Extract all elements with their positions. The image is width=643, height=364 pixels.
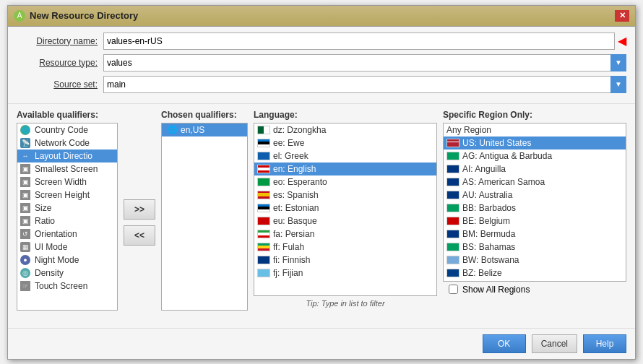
lang-dz[interactable]: dz: Dzongkha	[254, 124, 436, 136]
qualifier-screen-width[interactable]: ▣ Screen Width	[17, 176, 117, 188]
show-all-regions-row: Show All Regions	[443, 282, 626, 298]
globe-icon: 🌐	[20, 125, 30, 135]
screen-height-icon: ▣	[20, 190, 30, 200]
source-set-select-wrapper: main ▼	[103, 76, 626, 93]
region-bm[interactable]: BM: Bermuda	[444, 228, 626, 240]
lang-eu[interactable]: eu: Basque	[254, 214, 436, 228]
flag-us-icon	[446, 139, 459, 147]
show-all-regions-checkbox[interactable]	[449, 285, 458, 294]
remove-qualifier-button[interactable]: <<	[124, 225, 155, 246]
screen-icon: ▣	[20, 164, 30, 174]
directory-name-row: Directory name: ◀	[17, 32, 626, 50]
flag-ag-icon	[446, 152, 459, 160]
tip-text: Tip: Type in list to filter	[254, 296, 437, 311]
size-icon: ▣	[20, 203, 30, 213]
resource-type-select[interactable]: values	[103, 54, 626, 72]
region-any[interactable]: Any Region	[444, 124, 626, 136]
title-bar: A New Resource Directory ✕	[8, 6, 635, 27]
region-us[interactable]: US: United States	[444, 136, 626, 150]
region-bb[interactable]: BB: Barbados	[444, 202, 626, 214]
qualifier-ratio[interactable]: ▣ Ratio	[17, 214, 117, 228]
flag-et-icon	[257, 204, 270, 212]
qualifier-country-code[interactable]: 🌐 Country Code	[17, 124, 117, 136]
flag-ai-icon	[446, 165, 459, 173]
lang-fa[interactable]: fa: Persian	[254, 228, 436, 240]
resource-type-select-wrapper: values ▼	[103, 54, 626, 72]
lang-ee[interactable]: ee: Ewe	[254, 136, 436, 150]
source-set-select[interactable]: main	[103, 76, 626, 93]
resource-type-row: Resource type: values ▼	[17, 54, 626, 72]
network-icon: 📡	[20, 138, 30, 148]
lang-eo[interactable]: eo: Esperanto	[254, 176, 436, 188]
chosen-qualifiers-list[interactable]: 🌐 en,US	[161, 123, 248, 311]
ok-button[interactable]: OK	[483, 334, 526, 353]
flag-bw-icon	[446, 256, 459, 264]
language-list[interactable]: dz: Dzongkha ee: Ewe el: Greek en: Engli…	[254, 123, 437, 296]
qualifier-smallest-screen[interactable]: ▣ Smallest Screen	[17, 162, 117, 176]
lang-en[interactable]: en: English	[254, 162, 436, 176]
flag-bb-icon	[446, 204, 459, 212]
lang-el[interactable]: el: Greek	[254, 150, 436, 162]
dialog-title: New Resource Directory	[30, 10, 138, 21]
flag-bz-icon	[446, 269, 459, 277]
lang-ff[interactable]: ff: Fulah	[254, 240, 436, 254]
region-panel: Specific Region Only: Any Region US: Uni…	[443, 110, 626, 322]
close-button[interactable]: ✕	[615, 10, 629, 22]
directory-name-label: Directory name:	[17, 36, 103, 46]
region-ag[interactable]: AG: Antigua & Barbuda	[444, 150, 626, 162]
flag-au-icon	[446, 191, 459, 199]
touch-icon: ☞	[20, 281, 30, 291]
flag-eo-icon	[257, 178, 270, 186]
screen-width-icon: ▣	[20, 177, 30, 187]
qualifier-touch-screen[interactable]: ☞ Touch Screen	[17, 280, 117, 292]
qualifier-night-mode[interactable]: ● Night Mode	[17, 254, 117, 266]
title-bar-left: A New Resource Directory	[14, 10, 138, 22]
chosen-qualifiers-title: Chosen qualifiers:	[161, 110, 248, 120]
region-as[interactable]: AS: American Samoa	[444, 176, 626, 188]
region-list[interactable]: Any Region US: United States AG: Antigua…	[443, 123, 626, 282]
available-qualifiers-list[interactable]: 🌐 Country Code 📡 Network Code ↔ Layout D…	[17, 123, 118, 311]
chosen-qualifiers-panel: Chosen qualifiers: 🌐 en,US	[161, 110, 248, 322]
qualifier-screen-height[interactable]: ▣ Screen Height	[17, 188, 117, 202]
lang-et[interactable]: et: Estonian	[254, 202, 436, 214]
region-bw[interactable]: BW: Botswana	[444, 254, 626, 266]
region-au[interactable]: AU: Australia	[444, 188, 626, 202]
bottom-bar: OK Cancel Help	[8, 328, 635, 359]
qualifier-ui-mode[interactable]: ▦ UI Mode	[17, 240, 117, 254]
help-button[interactable]: Help	[583, 334, 626, 353]
qualifier-size[interactable]: ▣ Size	[17, 202, 117, 214]
chosen-item-en-us[interactable]: 🌐 en,US	[162, 124, 247, 136]
qualifier-density[interactable]: ◎ Density	[17, 266, 117, 280]
flag-fj-icon	[257, 269, 270, 277]
available-qualifiers-title: Available qualifiers:	[17, 110, 118, 120]
density-icon: ◎	[20, 268, 30, 278]
directory-name-input[interactable]	[103, 32, 615, 50]
show-all-regions-label: Show All Regions	[462, 285, 530, 295]
qualifier-network-code[interactable]: 📡 Network Code	[17, 136, 117, 150]
app-icon: A	[14, 10, 25, 22]
qualifier-layout-direction[interactable]: ↔ Layout Directio	[17, 150, 117, 162]
flag-eu-icon	[257, 217, 270, 225]
main-section: Available qualifiers: 🌐 Country Code 📡 N…	[8, 104, 635, 328]
region-ai[interactable]: AI: Anguilla	[444, 162, 626, 176]
lang-fi[interactable]: fi: Finnish	[254, 254, 436, 266]
flag-ff-icon	[257, 243, 270, 251]
region-be[interactable]: BE: Belgium	[444, 214, 626, 228]
cancel-button[interactable]: Cancel	[532, 334, 577, 353]
flag-as-icon	[446, 178, 459, 186]
flag-bm-icon	[446, 230, 459, 238]
new-resource-directory-dialog: A New Resource Directory ✕ Directory nam…	[7, 5, 636, 360]
add-qualifier-button[interactable]: >>	[124, 199, 155, 220]
night-mode-icon: ●	[20, 255, 30, 265]
lang-fj[interactable]: fj: Fijian	[254, 266, 436, 280]
ratio-icon: ▣	[20, 216, 30, 226]
orientation-icon: ↺	[20, 229, 30, 239]
flag-fa-icon	[257, 230, 270, 238]
flag-el-icon	[257, 152, 270, 160]
ui-mode-icon: ▦	[20, 242, 30, 252]
resource-type-label: Resource type:	[17, 58, 103, 68]
lang-es[interactable]: es: Spanish	[254, 188, 436, 202]
qualifier-orientation[interactable]: ↺ Orientation	[17, 228, 117, 240]
region-bs[interactable]: BS: Bahamas	[444, 240, 626, 254]
region-bz[interactable]: BZ: Belize	[444, 266, 626, 280]
